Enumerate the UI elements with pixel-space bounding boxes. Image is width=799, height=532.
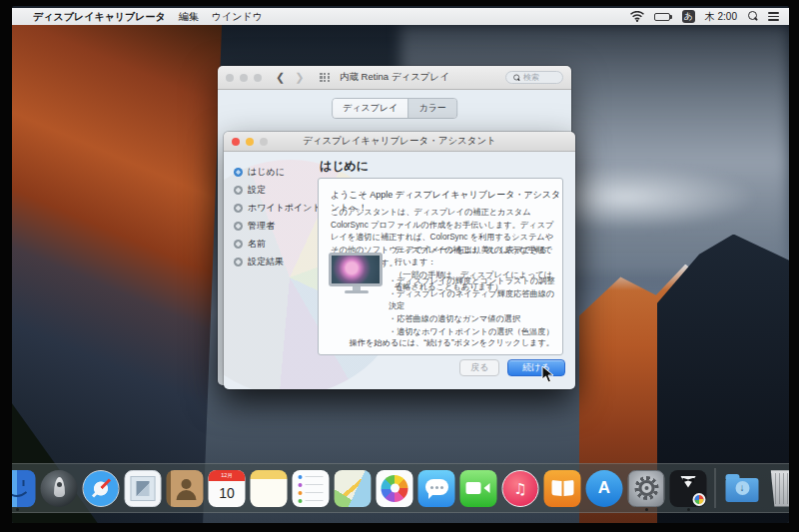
wifi-icon[interactable] xyxy=(630,11,644,22)
step-label: はじめに xyxy=(248,166,285,179)
rocket-icon xyxy=(54,477,65,497)
dock-mail-icon[interactable] xyxy=(125,470,162,507)
step-intro[interactable]: はじめに xyxy=(234,166,322,179)
music-note-icon: ♫ xyxy=(503,471,538,507)
running-indicator xyxy=(645,508,648,511)
search-placeholder: 検索 xyxy=(523,72,539,83)
input-method-icon[interactable]: あ xyxy=(682,10,695,23)
dock-system-preferences-icon[interactable] xyxy=(628,470,665,507)
step-active-icon xyxy=(234,168,243,177)
zoom-icon[interactable] xyxy=(254,74,262,82)
running-indicator xyxy=(687,508,690,511)
notification-center-icon[interactable] xyxy=(768,12,779,21)
gear-icon xyxy=(634,476,658,500)
forward-arrow-icon[interactable]: ❯ xyxy=(295,71,304,84)
menu-bar: ディスプレイキャリブレータ 編集 ウインドウ あ 木 2:00 xyxy=(12,8,789,25)
minimize-icon[interactable] xyxy=(246,138,254,146)
calibrator-window: ディスプレイキャリブレータ・アシスタント はじめに 設定 ホワイトポイント xyxy=(224,132,575,389)
footer-hint: 操作を始めるには、“続ける”ボタンをクリックします。 xyxy=(350,337,554,348)
display-color-tabs: ディスプレイ カラー xyxy=(332,98,457,119)
battery-icon[interactable] xyxy=(654,13,672,21)
menu-edit[interactable]: 編集 xyxy=(179,10,199,24)
step-label: 設定結果 xyxy=(248,256,284,268)
dock-reminders-icon[interactable] xyxy=(293,470,330,507)
dock-contacts-icon[interactable] xyxy=(167,470,204,507)
step-admin[interactable]: 管理者 xyxy=(234,220,322,233)
calibrator-body: はじめに 設定 ホワイトポイント 管理者 名前 xyxy=(224,152,575,389)
dock-downloads-folder-icon[interactable]: ↓ xyxy=(724,470,761,507)
displays-titlebar[interactable]: ❮ ❯ 内蔵 Retina ディスプレイ 検索 xyxy=(218,66,571,90)
step-label: 設定 xyxy=(248,184,266,197)
open-book-icon xyxy=(551,481,573,496)
stamp-icon xyxy=(131,476,156,501)
minimize-icon[interactable] xyxy=(240,74,248,82)
calibrator-titlebar[interactable]: ディスプレイキャリブレータ・アシスタント xyxy=(224,132,575,152)
back-button[interactable]: 戻る xyxy=(459,359,499,376)
zoom-icon[interactable] xyxy=(260,138,268,146)
calendar-month: 12月 xyxy=(209,470,246,481)
close-icon[interactable] xyxy=(226,74,234,82)
download-arrow-icon: ↓ xyxy=(735,481,749,495)
dock-maps-icon[interactable] xyxy=(335,470,372,507)
mouse-cursor xyxy=(541,365,554,383)
tab-display[interactable]: ディスプレイ xyxy=(333,99,407,118)
dock-messages-icon[interactable] xyxy=(418,470,455,507)
step-icon xyxy=(234,186,243,195)
step-name[interactable]: 名前 xyxy=(234,238,322,251)
dock-calendar-icon[interactable]: 12月 10 xyxy=(209,470,246,507)
step-summary[interactable]: 設定結果 xyxy=(234,256,322,268)
dock-safari-icon[interactable] xyxy=(83,470,120,507)
menu-app-name[interactable]: ディスプレイキャリブレータ xyxy=(33,10,166,24)
person-silhouette-icon xyxy=(181,479,191,489)
step-icon xyxy=(234,240,243,249)
menu-window[interactable]: ウインドウ xyxy=(212,10,263,24)
dock-finder-icon[interactable] xyxy=(12,470,36,507)
dock-separator xyxy=(715,468,716,508)
dock: 12月 10 ♫ A ↓ xyxy=(12,463,789,513)
step-label: 管理者 xyxy=(248,220,275,233)
calendar-day: 10 xyxy=(209,481,246,505)
spotlight-icon[interactable] xyxy=(747,11,758,22)
show-all-icon[interactable] xyxy=(320,73,330,83)
running-indicator xyxy=(16,508,19,511)
bullet-item: ・ディスプレイのネイティブ輝度応答曲線の決定 xyxy=(389,288,562,313)
step-label: ホワイトポイント xyxy=(248,202,322,215)
dock-facetime-icon[interactable] xyxy=(460,470,497,507)
monitor-screen xyxy=(329,253,383,286)
search-field[interactable]: 検索 xyxy=(505,71,563,84)
step-setup[interactable]: 設定 xyxy=(234,184,322,197)
intro-content-box: ようこそ Apple ディスプレイキャリブレータ・アシスタントへ！ このアシスタ… xyxy=(318,178,563,355)
compass-needle-icon xyxy=(91,478,110,497)
back-arrow-icon[interactable]: ❮ xyxy=(276,71,285,84)
step-icon xyxy=(234,258,243,266)
step-icon xyxy=(234,204,243,213)
step-whitepoint[interactable]: ホワイトポイント xyxy=(234,202,322,215)
close-icon[interactable] xyxy=(232,138,240,146)
tab-color[interactable]: カラー xyxy=(407,99,455,118)
dock-itunes-icon[interactable]: ♫ xyxy=(502,470,539,507)
monitor-flower-image xyxy=(329,253,385,296)
dock-display-calibrator-icon[interactable] xyxy=(670,470,707,507)
color-pinwheel-icon xyxy=(382,475,408,502)
continue-button[interactable]: 続ける xyxy=(507,359,565,376)
calibration-steps-list: はじめに 設定 ホワイトポイント 管理者 名前 xyxy=(234,166,322,268)
search-icon xyxy=(513,75,519,81)
dock-photos-icon[interactable] xyxy=(377,470,413,507)
dock-appstore-icon[interactable]: A xyxy=(586,470,623,507)
bullet-item: ・ディスプレイの輝度とコントラストの調整 xyxy=(389,275,562,288)
dock-notes-icon[interactable] xyxy=(251,470,288,507)
bullet-item: ・応答曲線の適切なガンマ値の選択 xyxy=(389,313,562,326)
procedure-bullets: ・ディスプレイの輝度とコントラストの調整 ・ディスプレイのネイティブ輝度応答曲線… xyxy=(389,275,562,339)
step-label: 名前 xyxy=(248,238,266,251)
photographed-screen: ディスプレイキャリブレータ 編集 ウインドウ あ 木 2:00 xyxy=(0,0,799,532)
step-icon xyxy=(234,222,243,231)
dock-ibooks-icon[interactable] xyxy=(544,470,581,507)
desktop: ディスプレイキャリブレータ 編集 ウインドウ あ 木 2:00 xyxy=(12,6,789,523)
dock-trash-icon[interactable] xyxy=(766,470,790,507)
page-title: はじめに xyxy=(320,158,369,175)
calibrator-window-title: ディスプレイキャリブレータ・アシスタント xyxy=(224,135,575,148)
colorsync-badge-icon xyxy=(693,493,706,506)
menu-clock[interactable]: 木 2:00 xyxy=(705,10,737,24)
dock-launchpad-icon[interactable] xyxy=(41,470,78,507)
speech-bubble-icon xyxy=(425,479,448,495)
